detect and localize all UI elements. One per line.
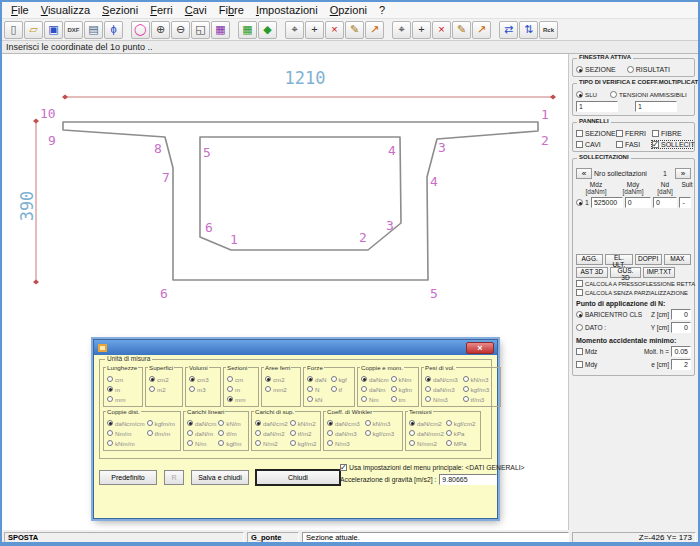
radio-icon[interactable] — [147, 420, 153, 426]
radio-icon[interactable] — [463, 376, 469, 382]
menu-file[interactable]: File — [5, 3, 35, 17]
radio-icon[interactable] — [425, 386, 431, 392]
radio-icon[interactable] — [187, 440, 193, 446]
y-input[interactable]: 0 — [671, 322, 691, 333]
radio-sezione[interactable]: SEZIONE — [576, 66, 616, 73]
checkbox-icon[interactable] — [616, 141, 623, 148]
panel-check-cavi[interactable]: CAVI — [576, 141, 616, 148]
unit-option-mpa[interactable]: MPa — [446, 438, 478, 448]
unit-option-dan-m[interactable]: daN/m — [187, 428, 216, 438]
z-input[interactable]: 0 — [671, 309, 691, 320]
unit-option-dan-cm[interactable]: daN/cm — [187, 418, 216, 428]
coeff-ta-input[interactable]: 1 — [635, 101, 677, 112]
dxf-export-button[interactable]: DXF — [64, 21, 83, 39]
agg-button[interactable]: AGG. — [576, 254, 603, 265]
unit-option-kgf-m3[interactable]: kgf/m3 — [463, 384, 499, 394]
radio-icon[interactable] — [255, 420, 261, 426]
molt-h-input[interactable]: 0.05 — [671, 346, 691, 357]
el-ult-button[interactable]: EL. ULT. — [605, 254, 632, 265]
bitmap-view-button[interactable]: ▦ — [211, 21, 230, 39]
r-button[interactable]: R — [164, 470, 184, 485]
radio-icon[interactable] — [409, 420, 415, 426]
zoom-out-button[interactable]: ⊖ — [171, 21, 190, 39]
vertex-properties-button[interactable]: ✎ — [452, 21, 471, 39]
delete-vertex-button[interactable]: × — [432, 21, 451, 39]
unit-option-m[interactable]: m — [227, 384, 256, 394]
radio-risultati[interactable]: RISULTATI — [627, 66, 670, 73]
unit-option-m2[interactable]: m2 — [149, 384, 180, 394]
calcola-senza-parzializzazione-option[interactable]: CALCOLA SENZA PARZIALIZZAZIONE — [576, 289, 691, 296]
unit-option-mm2[interactable]: mm2 — [265, 384, 298, 394]
unit-option-dancm[interactable]: daNcm — [361, 374, 389, 384]
new-file-button[interactable]: ▯ — [4, 21, 23, 39]
radio-icon[interactable] — [149, 386, 155, 392]
unit-option-cm2[interactable]: cm2 — [149, 374, 180, 384]
drawing-canvas[interactable]: 121039010987654321546123 × Unità di misu… — [2, 54, 569, 530]
radio-icon[interactable] — [265, 376, 271, 382]
unit-option-kgfm-m[interactable]: kgfm/m — [147, 418, 178, 428]
radio-slu[interactable]: SLU — [576, 91, 597, 98]
unit-option-tf-m3[interactable]: tf/m3 — [463, 394, 499, 404]
radio-icon[interactable] — [361, 376, 367, 382]
radio-icon[interactable] — [446, 420, 452, 426]
imp-txt-button[interactable]: IMP.TXT — [643, 267, 675, 278]
zoom-extents-button[interactable]: ◯ — [131, 21, 150, 39]
unit-option-n-m2[interactable]: N/m2 — [255, 438, 288, 448]
unit-option-nm-m[interactable]: Nm/m — [107, 428, 145, 438]
unit-option-dan-cm2[interactable]: daN/cm2 — [255, 418, 288, 428]
radio-icon[interactable] — [446, 440, 452, 446]
radio-icon[interactable] — [327, 440, 333, 446]
sult-select[interactable]: - — [679, 197, 691, 208]
unit-option-cm3[interactable]: cm3 — [189, 374, 218, 384]
move-node-button[interactable]: ⌖ — [285, 21, 304, 39]
unit-option-n-m3[interactable]: N/m3 — [327, 438, 363, 448]
radio-icon[interactable] — [463, 386, 469, 392]
radio-icon[interactable] — [365, 430, 371, 436]
radio-icon[interactable] — [107, 420, 113, 426]
open-file-button[interactable]: ▱ — [24, 21, 43, 39]
radio-icon[interactable] — [187, 430, 193, 436]
mdz-input[interactable]: 525000 — [591, 197, 623, 208]
radio-icon[interactable] — [107, 430, 113, 436]
unit-option-nm[interactable]: Nm — [361, 394, 389, 404]
radio-icon[interactable] — [107, 386, 113, 392]
radio-icon[interactable] — [307, 396, 313, 402]
checkbox-icon[interactable] — [616, 130, 623, 137]
unit-option-cm2[interactable]: cm2 — [265, 374, 298, 384]
insert-vertex-button[interactable]: + — [412, 21, 431, 39]
unit-option-dan-cm3[interactable]: daN/cm3 — [327, 418, 363, 428]
max-button[interactable]: MAX — [664, 254, 691, 265]
radio-icon[interactable] — [187, 420, 193, 426]
prev-sollecitazione-button[interactable]: « — [576, 168, 592, 179]
unit-option-kn-m2[interactable]: kN/m2 — [290, 418, 318, 428]
radio-baricentro-cls[interactable]: BARICENTRO CLS — [576, 311, 649, 318]
checkbox-icon[interactable] — [576, 289, 583, 296]
panel-check-fibre[interactable]: FIBRE — [652, 130, 692, 137]
unit-option-n-m3[interactable]: N/m3 — [425, 394, 461, 404]
radio-icon[interactable] — [391, 386, 397, 392]
unit-option-cm[interactable]: cm — [107, 374, 140, 384]
menu-impostazioni[interactable]: Impostazioni — [250, 3, 324, 17]
radio-icon[interactable] — [227, 376, 233, 382]
node-properties-button[interactable]: ✎ — [345, 21, 364, 39]
unit-option-dancm-cm[interactable]: daNcm/cm — [107, 418, 145, 428]
unit-option-kgf-cm3[interactable]: kgf/cm3 — [365, 428, 401, 438]
unit-option-n-mm2[interactable]: N/mm2 — [409, 438, 444, 448]
radio-icon[interactable] — [255, 440, 261, 446]
section-grid-button[interactable]: ▦ — [238, 21, 257, 39]
checkbox-icon[interactable] — [576, 348, 583, 355]
unit-option-n[interactable]: N — [307, 384, 329, 394]
units-dialog-titlebar[interactable]: × — [94, 340, 497, 355]
rck-materials-button[interactable]: Rck — [539, 21, 558, 39]
zoom-in-button[interactable]: ⊕ — [151, 21, 170, 39]
close-icon[interactable]: × — [466, 342, 494, 354]
radio-tensioni-ammissibili[interactable]: TENSIONI AMMISSIBILI — [610, 91, 687, 98]
radio-icon[interactable] — [327, 430, 333, 436]
coeff-slu-input[interactable]: 1 — [576, 101, 618, 112]
unit-option-knm-m[interactable]: kNm/m — [107, 438, 145, 448]
checkbox-icon[interactable] — [576, 130, 583, 137]
menu-fibre[interactable]: Fibre — [213, 3, 250, 17]
unit-option-m[interactable]: m — [107, 384, 140, 394]
mdy-min-option[interactable]: Mdy — [576, 361, 649, 368]
unit-option-dan-mm2[interactable]: daN/mm2 — [409, 428, 444, 438]
